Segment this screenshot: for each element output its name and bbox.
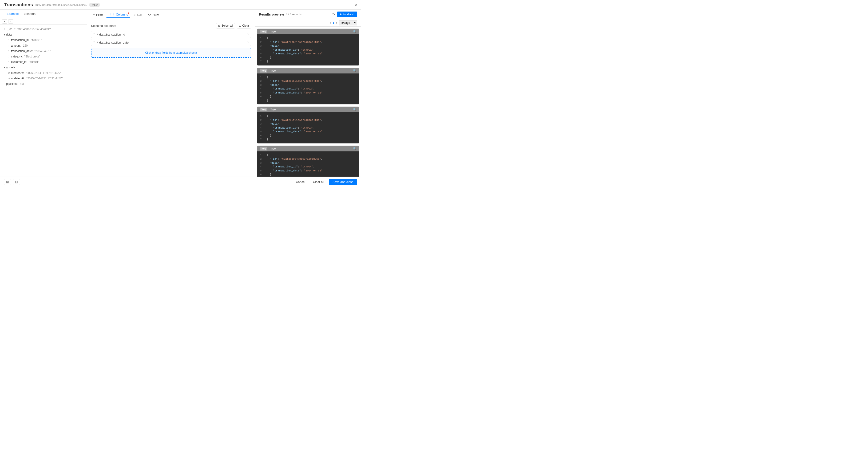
columns-content: Selected columns: ⊡ Select all ⊡ Clear ⠿… bbox=[87, 20, 255, 177]
debug-badge: Debug bbox=[89, 3, 100, 7]
columns-dot bbox=[128, 12, 129, 14]
selected-columns-label: Selected columns: bbox=[91, 24, 116, 28]
refresh-button[interactable]: ↻ bbox=[332, 12, 335, 16]
result-tab-tree-0[interactable]: Tree bbox=[269, 30, 277, 33]
middle-panel: ▿ Filter ⋮⋮ Columns ≡ Sort <> Raw Select… bbox=[87, 10, 255, 177]
result-body-1: 1{ 2 "_id": "67af265501c5b73a34ca4f3d", … bbox=[257, 74, 359, 105]
result-tab-text-2[interactable]: Text bbox=[259, 108, 267, 111]
result-search-icon-2[interactable]: 🔍 bbox=[353, 108, 356, 111]
select-all-icon: ⊡ bbox=[218, 24, 221, 27]
select-all-button[interactable]: ⊡ Select all bbox=[216, 23, 235, 28]
sort-button[interactable]: ≡ Sort bbox=[131, 12, 145, 18]
close-button[interactable]: × bbox=[355, 3, 357, 7]
results-header: Results preview 4 / 4 records ↻ Autorefr… bbox=[255, 10, 361, 19]
footer-icons: ⊞ ⊟ bbox=[4, 179, 20, 185]
tree-navigation: ‹ › bbox=[0, 18, 87, 25]
result-card-header-0: Text Tree 🔍 bbox=[257, 29, 359, 34]
left-panel: Example Schema ‹ › t _id: "67af264b01c5b… bbox=[0, 10, 87, 177]
tree-item-updated-at: ⊙ updatedAt: "2025-02-14T11:17:31.445Z" bbox=[0, 76, 87, 81]
column-row-transaction-id: ⠿ t data.transaction_id × bbox=[91, 31, 251, 38]
footer: ⊞ ⊟ Cancel Clear all Save and close bbox=[0, 177, 361, 187]
results-list: Text Tree 🔍 1{ 2 "_id": "67af264b01c5b73… bbox=[255, 27, 361, 177]
collection-id: ID: 598c9d4b-2f49-4f2b-bdea-cea5db429c35 bbox=[35, 3, 87, 6]
result-tab-tree-3[interactable]: Tree bbox=[269, 147, 277, 150]
result-body-2: 1{ 2 "_id": "67af265f01c5b73a34ca4f3e", … bbox=[257, 112, 359, 143]
selected-columns-header: Selected columns: ⊡ Select all ⊡ Clear bbox=[91, 23, 251, 28]
tree-item-transaction-date: t transaction_date: "2024-04-01" bbox=[0, 49, 87, 54]
autorefresh-button[interactable]: Autorefresh bbox=[337, 11, 357, 17]
result-tab-text-3[interactable]: Text bbox=[259, 147, 267, 150]
tree-item-customer-id: t customer_id: "cust01" bbox=[0, 59, 87, 65]
drag-handle[interactable]: ⠿ bbox=[93, 41, 95, 44]
left-tabs: Example Schema bbox=[0, 10, 87, 18]
type-icon-t: t bbox=[4, 28, 6, 31]
col-name: data.transaction_date bbox=[99, 41, 247, 44]
per-page-select[interactable]: 5/page 10/page 25/page bbox=[339, 20, 357, 25]
tab-example[interactable]: Example bbox=[4, 10, 22, 18]
tree-item-transaction-id: t transaction_id: "txn001" bbox=[0, 37, 87, 43]
result-tab-tree-1[interactable]: Tree bbox=[269, 69, 277, 73]
sort-icon: ≡ bbox=[133, 13, 135, 17]
col-remove-button-0[interactable]: × bbox=[247, 32, 249, 36]
result-card-header-1: Text Tree 🔍 bbox=[257, 68, 359, 74]
tree-item-created-at: ⊙ createdAt: "2025-02-14T11:17:31.445Z" bbox=[0, 71, 87, 76]
current-page: 1 bbox=[333, 21, 334, 25]
tree-item-category: t category: "Electronics" bbox=[0, 54, 87, 59]
drag-handle[interactable]: ⠿ bbox=[93, 33, 95, 36]
tree-nav-prev[interactable]: ‹ bbox=[2, 19, 7, 24]
next-page-button[interactable]: › bbox=[336, 21, 337, 25]
pagination-row: ‹ 1 › 5/page 10/page 25/page bbox=[255, 19, 361, 27]
clear-button[interactable]: ⊡ Clear bbox=[237, 23, 251, 28]
result-card-1: Text Tree 🔍 1{ 2 "_id": "67af265501c5b73… bbox=[257, 67, 359, 105]
result-card-2: Text Tree 🔍 1{ 2 "_id": "67af265f01c5b73… bbox=[257, 107, 359, 144]
columns-button[interactable]: ⋮⋮ Columns bbox=[106, 11, 130, 18]
clear-all-button[interactable]: Clear all bbox=[310, 179, 327, 185]
prev-page-button[interactable]: ‹ bbox=[330, 21, 331, 25]
result-card-3: Text Tree 🔍 1{ 2 "_id": "67af2669e478653… bbox=[257, 145, 359, 177]
cancel-button[interactable]: Cancel bbox=[293, 179, 308, 185]
results-title: Results preview bbox=[259, 12, 284, 16]
schema-tree: t _id: "67af264b01c5b73a34ca4f3c" ▾ data… bbox=[0, 25, 87, 177]
result-tab-text-1[interactable]: Text bbox=[259, 69, 267, 73]
main-content: Example Schema ‹ › t _id: "67af264b01c5b… bbox=[0, 10, 361, 177]
columns-icon: ⋮⋮ bbox=[108, 13, 115, 16]
footer-icon-button-2[interactable]: ⊟ bbox=[13, 179, 20, 185]
page-title: Transactions bbox=[4, 2, 33, 7]
col-remove-button-1[interactable]: × bbox=[247, 40, 249, 44]
filter-button[interactable]: ▿ Filter bbox=[91, 12, 105, 18]
raw-button[interactable]: <> Raw bbox=[146, 12, 161, 18]
toolbar: ▿ Filter ⋮⋮ Columns ≡ Sort <> Raw bbox=[87, 10, 255, 20]
tab-schema[interactable]: Schema bbox=[22, 10, 38, 18]
clear-icon: ⊡ bbox=[239, 24, 241, 27]
header-actions: ⊡ Select all ⊡ Clear bbox=[216, 23, 251, 28]
expand-icon-meta: ▾ bbox=[4, 66, 5, 69]
tree-item-id: t _id: "67af264b01c5b73a34ca4f3c" bbox=[0, 27, 87, 32]
col-type-icon: t bbox=[97, 33, 98, 36]
right-panel: Results preview 4 / 4 records ↻ Autorefr… bbox=[255, 10, 361, 177]
result-tab-tree-2[interactable]: Tree bbox=[269, 108, 277, 111]
tree-nav-next[interactable]: › bbox=[8, 19, 13, 24]
result-body-3: 1{ 2 "_id": "67af2669e478653f1bc5d35c", … bbox=[257, 151, 359, 177]
drop-zone[interactable]: Click or drag fields from example/schema bbox=[91, 48, 251, 58]
result-search-icon-3[interactable]: 🔍 bbox=[353, 147, 356, 150]
result-body-0: 1{ 2 "_id": "67af264b01c5b73a34ca4f3c", … bbox=[257, 34, 359, 65]
filter-icon: ▿ bbox=[93, 13, 95, 17]
header: Transactions ID: 598c9d4b-2f49-4f2b-bdea… bbox=[0, 0, 361, 10]
column-row-transaction-date: ⠿ t data.transaction_date × bbox=[91, 39, 251, 46]
expand-icon-data: ▾ bbox=[4, 33, 5, 37]
tree-item-meta[interactable]: ▾ ⊞ meta: bbox=[0, 65, 87, 70]
result-search-icon-1[interactable]: 🔍 bbox=[353, 69, 356, 72]
result-card-header-2: Text Tree 🔍 bbox=[257, 107, 359, 112]
col-type-icon: t bbox=[97, 41, 98, 44]
footer-icon-button-1[interactable]: ⊞ bbox=[4, 179, 11, 185]
tree-item-data[interactable]: ▾ data: bbox=[0, 32, 87, 37]
result-tab-text-0[interactable]: Text bbox=[259, 30, 267, 33]
result-card-0: Text Tree 🔍 1{ 2 "_id": "67af264b01c5b73… bbox=[257, 28, 359, 66]
tree-item-pipelines: – pipelines: null bbox=[0, 81, 87, 87]
save-close-button[interactable]: Save and close bbox=[329, 179, 357, 185]
col-name: data.transaction_id bbox=[99, 33, 247, 36]
raw-icon: <> bbox=[148, 13, 151, 17]
footer-right: Cancel Clear all Save and close bbox=[293, 179, 357, 185]
result-search-icon-0[interactable]: 🔍 bbox=[353, 30, 356, 33]
tree-item-amount: n amount: 150 bbox=[0, 43, 87, 49]
